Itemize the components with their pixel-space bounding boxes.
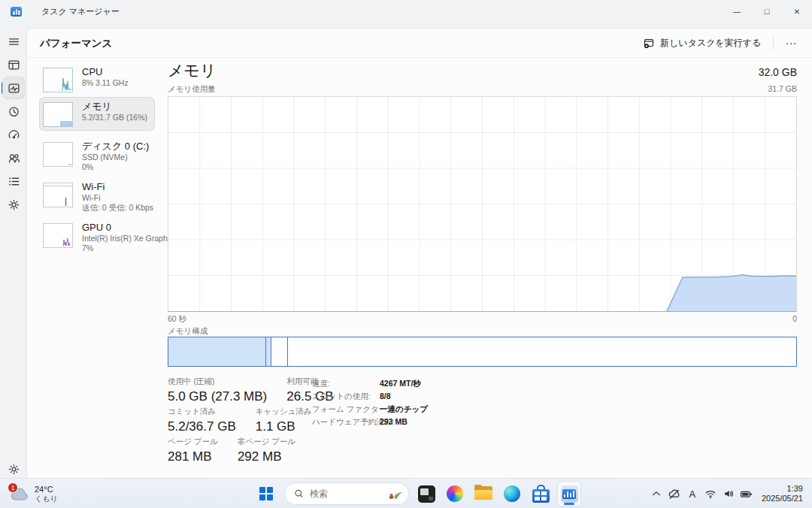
disk-sparkline — [44, 143, 72, 166]
gear-icon — [8, 463, 20, 476]
nav-item-details[interactable] — [3, 171, 24, 192]
hw-row-hw-reserved: ハードウェア予約済み: 293 MB — [312, 416, 428, 428]
stat-value: 292 MB — [238, 449, 295, 464]
hw-value: 293 MB — [380, 416, 408, 428]
system-tray: A 1:39 2025/05/21 — [647, 479, 812, 508]
app-icon-bar — [16, 9, 18, 15]
perf-item-name: ディスク 0 (C:) — [82, 141, 149, 153]
file-explorer-icon — [474, 486, 492, 501]
memory-composition-segment-standby — [271, 337, 288, 366]
close-button[interactable]: ✕ — [782, 0, 812, 23]
perf-item-text: メモリ 5.2/31.7 GB (16%) — [82, 101, 147, 127]
stats-row-1: 使用中 (圧縮) 5.0 GB (27.3 MB) 利用可能 26.5 GB — [168, 376, 334, 404]
memory-composition-bar[interactable] — [168, 337, 797, 367]
menu-toggle-button[interactable] — [3, 31, 24, 52]
notification-badge: 1 — [8, 482, 18, 493]
search-box[interactable] — [284, 482, 409, 505]
memory-total: 32.0 GB — [759, 66, 797, 78]
perf-item-name: Wi-Fi — [82, 181, 151, 193]
weather-widget[interactable]: 1 24°C くもり — [5, 481, 62, 506]
perf-item-sub: Intel(R) Iris(R) Xe Graphi — [82, 234, 151, 243]
clock[interactable]: 1:39 2025/05/21 — [756, 484, 812, 503]
maximize-button[interactable]: □ — [752, 0, 782, 23]
taskbar-app-store[interactable] — [529, 482, 552, 506]
history-icon — [8, 105, 20, 118]
perf-item-name: CPU — [82, 66, 129, 78]
usage-scale-top: 31.7 GB — [768, 84, 797, 95]
stat-non-paged-pool: 非ページ プール 292 MB — [238, 437, 295, 464]
copilot-icon — [447, 485, 463, 502]
memory-composition-segment-modified — [266, 337, 271, 366]
processes-icon — [8, 59, 20, 71]
nav-item-processes[interactable] — [3, 54, 24, 75]
search-icon — [294, 488, 304, 499]
wifi-status-button[interactable] — [701, 483, 720, 504]
start-button[interactable] — [254, 482, 278, 506]
time-axis-row: 60 秒 0 — [168, 314, 797, 325]
perf-item-sub: Wi-Fi — [82, 193, 151, 203]
perf-item-sub: SSD (NVMe) — [82, 153, 149, 162]
taskbar-app-task-manager[interactable] — [558, 482, 580, 506]
hw-value: 4267 MT/秒 — [380, 377, 421, 390]
perf-item-gpu[interactable]: GPU 0 Intel(R) Iris(R) Xe Graphi 7% — [40, 219, 154, 256]
minimize-button[interactable]: — — [722, 0, 752, 23]
ime-mode-button[interactable]: A — [683, 483, 701, 504]
nav-item-app-history[interactable] — [3, 101, 24, 122]
perf-item-text: Wi-Fi Wi-Fi 送信: 0 受信: 0 Kbps — [82, 181, 151, 213]
perf-item-name: GPU 0 — [82, 222, 151, 234]
gpu-mini-chart — [43, 223, 73, 248]
stat-label: 使用中 (圧縮) — [168, 376, 267, 386]
taskbar-app-copilot[interactable] — [444, 482, 466, 506]
perf-item-cpu[interactable]: CPU 8% 3.11 GHz — [40, 63, 154, 95]
nav-item-users[interactable] — [3, 147, 24, 168]
stat-label: コミット済み — [168, 407, 236, 416]
taskbar-center — [254, 482, 580, 506]
services-cog-icon — [8, 198, 20, 211]
perf-item-sub2: 送信: 0 受信: 0 Kbps — [82, 203, 151, 213]
stat-label: ページ プール — [168, 437, 218, 446]
cpu-mini-chart — [43, 68, 73, 92]
onedrive-status-button[interactable] — [665, 483, 683, 504]
hw-label: フォーム ファクター: — [312, 403, 380, 416]
perf-item-sub: 5.2/31.7 GB (16%) — [82, 113, 147, 122]
taskbar: 1 24°C くもり — [0, 478, 812, 508]
cpu-sparkline — [44, 68, 72, 92]
stat-paged-pool: ページ プール 281 MB — [168, 437, 218, 464]
perf-item-disk[interactable]: ディスク 0 (C:) SSD (NVMe) 0% — [40, 138, 154, 175]
perf-item-memory[interactable]: メモリ 5.2/31.7 GB (16%) — [40, 98, 154, 130]
taskbar-app-file-explorer[interactable] — [472, 482, 495, 506]
nav-item-performance[interactable] — [3, 77, 24, 98]
perf-item-sub2: 7% — [82, 243, 151, 253]
page-title: パフォーマンス — [40, 37, 112, 50]
startup-gauge-icon — [8, 129, 20, 141]
stat-committed: コミット済み 5.2/36.7 GB — [168, 407, 236, 434]
weather-condition: くもり — [35, 494, 58, 503]
task-manager-icon — [561, 485, 578, 503]
settings-button[interactable] — [3, 458, 24, 479]
power-battery-button[interactable] — [738, 483, 756, 504]
perf-item-wifi[interactable]: Wi-Fi Wi-Fi 送信: 0 受信: 0 Kbps — [40, 178, 154, 216]
performance-icon — [8, 82, 20, 95]
composition-label: メモリ構成 — [168, 326, 208, 337]
windows-logo-icon — [259, 487, 273, 500]
volume-button[interactable] — [720, 483, 738, 504]
app-icon-bar — [18, 11, 20, 15]
memory-composition-segment-free — [288, 337, 796, 366]
hw-row-form-factor: フォーム ファクター: 一連のチップ — [312, 403, 428, 416]
hw-label: 速度: — [312, 377, 380, 390]
nav-item-services[interactable] — [3, 194, 24, 215]
wifi-sparkline — [44, 183, 72, 207]
usage-label: メモリ使用量 — [168, 84, 216, 95]
memory-usage-chart — [168, 96, 797, 312]
disk-mini-chart — [43, 142, 73, 167]
search-input[interactable] — [310, 488, 379, 499]
taskbar-app-dark[interactable] — [415, 482, 438, 506]
nav-item-startup-apps[interactable] — [3, 124, 24, 145]
taskbar-app-edge[interactable] — [501, 482, 523, 506]
hw-row-slots: スロットの使用: 8/8 — [312, 390, 428, 403]
tray-overflow-button[interactable] — [647, 483, 665, 504]
details-list-icon — [8, 175, 20, 188]
clock-date: 2025/05/21 — [762, 494, 803, 503]
hw-value: 一連のチップ — [380, 403, 428, 416]
weather-text: 24°C くもり — [35, 485, 58, 503]
